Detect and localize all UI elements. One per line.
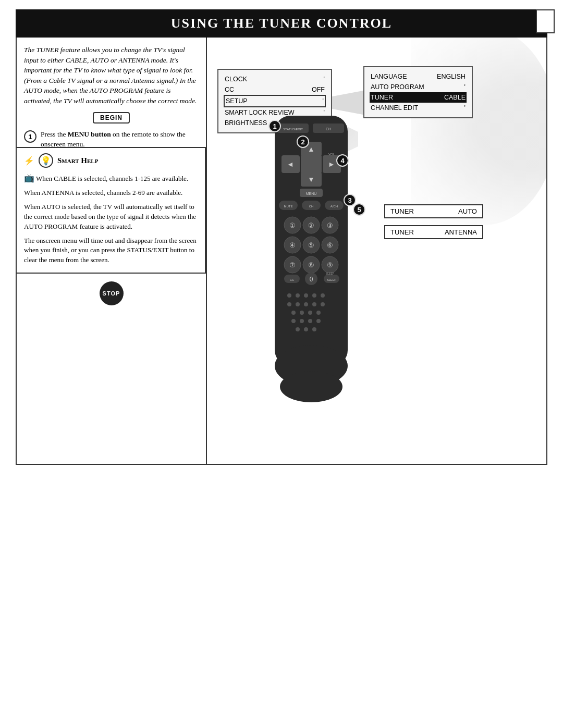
svg-text:◄: ◄: [287, 160, 294, 168]
step-1-num: 1: [24, 130, 36, 143]
page-title: USING THE TUNER CONTROL: [171, 16, 392, 31]
setup-row-language: LANGUAGEENGLISH: [370, 71, 467, 82]
stop-section: STOP: [24, 281, 199, 305]
badge-5: 5: [353, 203, 365, 216]
badge-3: 3: [344, 194, 356, 206]
svg-text:CH: CH: [326, 127, 331, 131]
header-box: [536, 9, 555, 33]
svg-text:MENU: MENU: [306, 192, 317, 195]
setup-row-autoprog: AUTO PROGRAM': [370, 82, 467, 92]
smart-help-header: ⚡ 💡 Smart Help: [24, 153, 198, 168]
decorative-arc: [411, 38, 546, 225]
menu-row-cc: CCOFF: [224, 84, 326, 95]
badge-1: 1: [268, 120, 281, 132]
svg-point-51: [296, 293, 300, 298]
svg-point-63: [316, 311, 321, 315]
svg-point-70: [312, 327, 316, 331]
svg-point-52: [304, 293, 308, 298]
svg-text:▲: ▲: [308, 145, 315, 153]
svg-point-56: [296, 302, 300, 306]
svg-point-58: [312, 302, 316, 306]
setup-row-channeledit: CHANNEL EDIT': [370, 103, 467, 113]
svg-text:▼: ▼: [308, 175, 315, 183]
svg-point-62: [308, 311, 312, 315]
svg-text:STATUS/EXIT: STATUS/EXIT: [283, 128, 303, 131]
svg-point-68: [296, 327, 300, 331]
svg-text:②: ②: [308, 221, 314, 229]
svg-point-59: [321, 302, 325, 306]
svg-text:⑧: ⑧: [308, 261, 314, 269]
svg-point-60: [291, 311, 296, 315]
svg-text:MUTE: MUTE: [284, 205, 293, 208]
menu-row-setup: SETUP': [224, 95, 326, 107]
svg-point-65: [300, 319, 304, 323]
svg-text:④: ④: [289, 241, 296, 249]
svg-point-64: [291, 319, 296, 323]
illustration-area: CLOCK' CCOFF SETUP' SMART LOCK REVIEW' B…: [207, 38, 546, 464]
svg-text:0: 0: [310, 276, 313, 283]
svg-point-55: [287, 302, 291, 306]
svg-point-54: [321, 293, 325, 298]
svg-text:⑤: ⑤: [308, 241, 314, 249]
svg-text:⑥: ⑥: [327, 241, 333, 249]
svg-point-61: [300, 311, 304, 315]
svg-point-2: [280, 371, 342, 402]
svg-text:SLEEP: SLEEP: [327, 278, 336, 281]
smart-help-tip1: 📺 When CABLE is selected, channels 1-125…: [24, 172, 198, 184]
beam-2: [327, 90, 369, 116]
intro-text: The TUNER feature allows you to change t…: [24, 45, 199, 106]
svg-point-57: [304, 302, 308, 306]
svg-text:①: ①: [289, 221, 296, 229]
svg-point-69: [304, 327, 308, 331]
svg-text:CH: CH: [309, 205, 314, 208]
svg-text:⑨: ⑨: [327, 261, 333, 269]
svg-point-53: [312, 293, 316, 298]
svg-rect-15: [301, 155, 322, 173]
svg-text:VOL: VOL: [328, 153, 335, 156]
badge-2: 2: [297, 135, 309, 148]
svg-text:►: ►: [328, 160, 335, 168]
smart-help-tip3: When AUTO is selected, the TV will autom…: [24, 202, 198, 232]
smart-help-section: ⚡ 💡 Smart Help 📺 When CABLE is selected,…: [16, 147, 206, 274]
setup-row-tuner: TUNERCABLE: [370, 92, 467, 103]
smart-help-bulb: 💡: [39, 153, 53, 168]
lightning-icon: ⚡: [24, 156, 34, 166]
badge-4: 4: [336, 154, 349, 167]
begin-badge: BEGIN: [93, 112, 130, 124]
page-header: USING THE TUNER CONTROL: [16, 9, 547, 38]
stop-badge: STOP: [100, 281, 124, 305]
menu-row-clock: CLOCK': [224, 74, 326, 84]
svg-text:A/CH: A/CH: [331, 205, 338, 208]
svg-point-66: [308, 319, 312, 323]
svg-text:③: ③: [327, 221, 333, 229]
svg-point-67: [316, 319, 321, 323]
smart-help-tip2: When ANTENNA is selected, channels 2-69 …: [24, 188, 198, 198]
tuner-antenna-box: TUNER ANTENNA: [384, 225, 483, 239]
svg-point-50: [287, 293, 291, 298]
svg-text:CC: CC: [290, 278, 295, 281]
smart-help-title: Smart Help: [57, 156, 98, 165]
svg-text:⑦: ⑦: [289, 261, 296, 269]
tuner-auto-box: TUNER AUTO: [384, 204, 483, 218]
remote-control: STATUS/EXIT CH ▲ ▼ ◄ ►: [259, 116, 363, 420]
smart-help-tip4: The onscreen menu will time out and disa…: [24, 236, 198, 266]
setup-menu-screen: LANGUAGEENGLISH AUTO PROGRAM' TUNERCABLE…: [363, 66, 473, 118]
